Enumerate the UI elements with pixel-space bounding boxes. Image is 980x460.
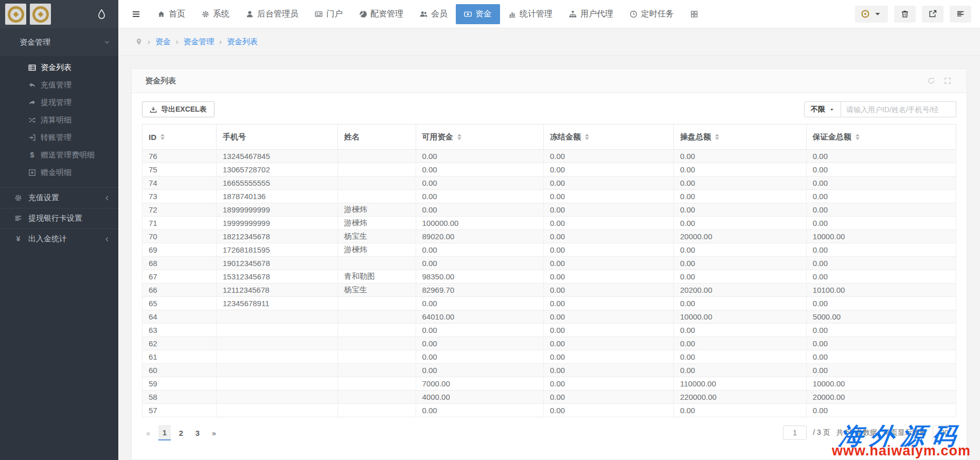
sidebar-item-2[interactable]: 提现管理	[0, 94, 118, 111]
column-label: 手机号	[223, 132, 246, 142]
table-cell: 0.00	[806, 350, 956, 364]
per-page-input[interactable]	[933, 426, 956, 440]
table-cell: 57	[142, 404, 217, 417]
pagination-next[interactable]: »	[208, 425, 220, 440]
water-drop-icon[interactable]	[96, 9, 107, 20]
topnav-item-3[interactable]: 门户	[307, 0, 351, 28]
topnav-item-9[interactable]: 定时任务	[621, 0, 682, 28]
table-cell: 0.00	[543, 324, 673, 337]
table-cell: 0.00	[543, 337, 673, 350]
table-row: 6917268181595游楝炜0.000.000.000.00	[142, 243, 956, 257]
table-cell: 0.00	[806, 297, 956, 310]
sort-icon[interactable]	[585, 134, 589, 140]
sidebar-item-3[interactable]: 清算明细	[0, 111, 118, 129]
column-header-0[interactable]: ID	[142, 125, 217, 150]
grid-icon	[690, 10, 698, 18]
table-cell	[216, 350, 337, 364]
sidebar-group-1[interactable]: 提现银行卡设置	[0, 208, 118, 228]
table-cell: 82969.70	[416, 284, 543, 297]
brand-logo[interactable]	[5, 4, 26, 25]
external-link-icon	[929, 10, 937, 18]
topnav-item-4[interactable]: 配资管理	[351, 0, 412, 28]
expand-icon[interactable]	[944, 77, 951, 84]
table-cell: 18999999999	[216, 203, 337, 217]
pagination-page-1[interactable]: 1	[158, 425, 171, 440]
menu-toggle-icon[interactable]	[131, 9, 141, 19]
topnav-item-1[interactable]: 系统	[193, 0, 238, 28]
logo-strip	[0, 0, 118, 28]
trash-button[interactable]	[894, 6, 916, 23]
table-cell: 0.00	[673, 337, 806, 350]
topnav-item-7[interactable]: 统计管理	[500, 0, 561, 28]
sidebar-group-0[interactable]: 充值设置	[0, 187, 118, 208]
sidebar-item-6[interactable]: 赠金明细	[0, 164, 118, 181]
table-cell: 20200.00	[673, 284, 806, 297]
brand-logo-2[interactable]	[30, 4, 51, 25]
pagination-page-2[interactable]: 2	[175, 425, 187, 440]
sidebar-section-funds[interactable]: 资金管理	[0, 28, 118, 56]
export-label: 导出EXCEL表	[161, 105, 207, 114]
sort-icon[interactable]	[856, 134, 860, 140]
column-header-3[interactable]: 可用资金	[416, 125, 543, 150]
topnav-item-label: 定时任务	[641, 9, 674, 20]
breadcrumb: ›资金›资金管理›资金列表	[118, 28, 980, 56]
funds-table: ID手机号姓名可用资金冻结金额操盘总额保证金总额 76132454678450.…	[142, 124, 956, 417]
topnav-item-6[interactable]: 资金	[456, 4, 500, 24]
sidebar-item-4[interactable]: 转账管理	[0, 129, 118, 146]
table-cell: 98350.00	[416, 270, 543, 284]
filter-dropdown[interactable]: 不限	[804, 101, 841, 117]
table-cell: 0.00	[673, 297, 806, 310]
topnav-item-8[interactable]: 用户代理	[561, 0, 621, 28]
export-excel-button[interactable]: 导出EXCEL表	[142, 101, 215, 117]
breadcrumb-separator: ›	[176, 38, 179, 46]
sidebar-group-2[interactable]: ¥出入金统计	[0, 228, 118, 249]
breadcrumb-link-0[interactable]: 资金	[155, 37, 171, 47]
main-content: 资金列表 导出EXCEL表 不限	[118, 56, 980, 460]
page-jump-input[interactable]	[783, 426, 807, 440]
table-cell: 0.00	[416, 163, 543, 176]
panel-body: 导出EXCEL表 不限 ID手机号姓名可用资金冻结金额操盘总额保证金总额 761…	[132, 93, 967, 447]
topbar-actions	[855, 6, 971, 23]
column-header-5[interactable]: 操盘总额	[673, 125, 806, 150]
sidebar-item-1[interactable]: 充值管理	[0, 76, 118, 94]
app-root: 资金管理 资金列表充值管理提现管理清算明细转账管理$赠送管理费明细赠金明细 充值…	[0, 0, 980, 460]
caret-down-icon	[874, 10, 882, 18]
table-row: 76132454678450.000.000.000.00	[142, 150, 956, 163]
map-marker-icon	[135, 38, 142, 45]
external-link-button[interactable]	[922, 6, 943, 23]
reply-icon	[28, 81, 36, 89]
table-cell: 0.00	[673, 163, 806, 176]
log-list-button[interactable]	[950, 6, 971, 23]
sort-icon[interactable]	[457, 134, 461, 140]
topnav-item-5[interactable]: 会员	[412, 0, 456, 28]
sort-icon[interactable]	[715, 134, 719, 140]
column-header-6[interactable]: 保证金总额	[806, 125, 956, 150]
table-cell: 0.00	[806, 404, 956, 417]
sidebar-item-0[interactable]: 资金列表	[0, 59, 118, 76]
breadcrumb-link-2: 资金列表	[227, 37, 258, 47]
table-cell: 0.00	[543, 257, 673, 270]
page-info: / 3 页 共 58 条数据 每页显示数量	[783, 426, 956, 440]
avatar-menu-button[interactable]	[855, 6, 888, 23]
table-cell: 62	[142, 337, 217, 350]
sort-icon[interactable]	[161, 134, 165, 140]
breadcrumb-link-1[interactable]: 资金管理	[183, 37, 214, 47]
table-cell	[337, 350, 416, 364]
sidebar-item-5[interactable]: $赠送管理费明细	[0, 146, 118, 164]
breadcrumb-items: ›资金›资金管理›资金列表	[142, 37, 258, 47]
column-header-2: 姓名	[337, 125, 416, 150]
pagination-prev[interactable]: «	[142, 425, 154, 440]
refresh-icon[interactable]	[928, 77, 935, 84]
gear-icon	[14, 194, 22, 202]
topnav-item-2[interactable]: 后台管理员	[238, 0, 307, 28]
table-cell: 64	[142, 310, 217, 324]
topnav-item-10[interactable]	[682, 0, 706, 28]
column-header-4[interactable]: 冻结金额	[543, 125, 673, 150]
column-label: 冻结金额	[550, 132, 581, 142]
topnav-item-0[interactable]: 首页	[149, 0, 193, 28]
table-cell	[337, 190, 416, 203]
search-input[interactable]	[841, 101, 956, 117]
pagination-page-3[interactable]: 3	[191, 425, 204, 440]
table-cell: 0.00	[543, 350, 673, 364]
table-cell	[337, 364, 416, 377]
